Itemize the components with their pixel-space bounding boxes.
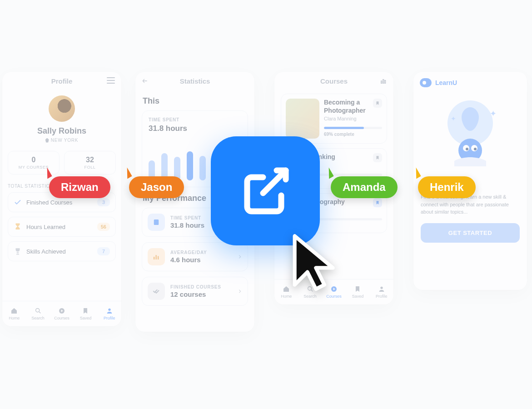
svg-text:✦: ✦: [451, 115, 456, 122]
profile-header: Profile: [51, 77, 73, 85]
chevron-right-icon: [238, 288, 242, 295]
trophy-icon: [14, 247, 22, 255]
svg-rect-7: [154, 257, 154, 259]
onboarding-illustration: ✦ ✦: [413, 94, 527, 180]
stat-skills-achieved[interactable]: Skills Achieved 7: [8, 241, 116, 261]
svg-rect-12: [385, 80, 386, 84]
book-icon: [148, 214, 165, 231]
tab-home[interactable]: Home: [2, 301, 26, 326]
tab-profile[interactable]: Profile: [370, 279, 393, 304]
bookmark-icon[interactable]: [373, 99, 382, 108]
svg-point-23: [474, 148, 477, 150]
svg-point-4: [108, 309, 110, 311]
tab-saved[interactable]: Saved: [74, 301, 97, 326]
cursor-label: Rizwan: [49, 176, 110, 198]
back-icon[interactable]: [141, 78, 149, 84]
hourglass-icon: [14, 223, 22, 231]
profile-location: NEW YORK: [45, 138, 79, 143]
external-link-tile[interactable]: [211, 136, 320, 245]
svg-line-1: [39, 312, 40, 313]
courses-header: Courses: [320, 77, 348, 85]
svg-rect-9: [158, 256, 159, 260]
svg-point-17: [380, 287, 383, 289]
svg-rect-11: [383, 80, 384, 84]
cursor-label: Jason: [129, 176, 184, 198]
tabbar: Home Search Courses Saved Profile: [2, 301, 121, 326]
bookmark-icon[interactable]: [373, 198, 382, 207]
svg-rect-10: [381, 81, 382, 83]
statistics-header: Statistics: [180, 77, 210, 85]
svg-text:✦: ✦: [490, 109, 497, 118]
tab-search[interactable]: Search: [26, 301, 50, 326]
this-label: This: [143, 96, 247, 106]
cursor-amanda: Amanda: [331, 168, 398, 198]
check-icon: [14, 198, 22, 206]
course-thumb: [286, 99, 319, 139]
chevron-right-icon: [238, 253, 242, 260]
get-started-button[interactable]: GET STARTED: [421, 223, 520, 243]
cursor-label: Amanda: [331, 176, 398, 198]
double-check-icon: [148, 283, 165, 300]
main-cursor-icon: [284, 232, 339, 297]
bookmark-icon[interactable]: [373, 153, 382, 162]
profile-name: Sally Robins: [37, 126, 86, 136]
cursor-label: Henrik: [418, 176, 476, 198]
brand-name: LearnU: [435, 79, 457, 86]
tab-saved[interactable]: Saved: [346, 279, 369, 304]
external-link-icon: [238, 164, 293, 218]
cursor-arrow-icon: [122, 167, 132, 179]
svg-rect-6: [154, 219, 159, 225]
cursor-henrik: Henrik: [418, 168, 476, 198]
perf-avg-day[interactable]: AVERAGE/DAY4.6 hours: [142, 242, 248, 271]
stats-icon[interactable]: [380, 77, 387, 85]
perf-finished-courses[interactable]: FINISHED COURSES12 courses: [142, 277, 248, 306]
tab-courses[interactable]: Courses: [50, 301, 74, 326]
stat-hours-learned[interactable]: Hours Learned 56: [8, 217, 116, 237]
cursor-rizwan: Rizwan: [49, 168, 110, 198]
brand-logo-icon: [420, 78, 432, 87]
cursor-arrow-icon: [411, 167, 421, 179]
cursor-jason: Jason: [129, 168, 184, 198]
svg-point-0: [35, 309, 39, 312]
avatar[interactable]: [49, 95, 75, 122]
svg-point-22: [466, 148, 468, 150]
chart-icon: [148, 248, 165, 265]
svg-rect-8: [156, 255, 157, 259]
pin-icon: [45, 138, 49, 143]
tab-profile[interactable]: Profile: [98, 301, 121, 326]
hamburger-icon[interactable]: [107, 77, 115, 84]
phone-profile: Profile Sally Robins NEW YORK 0 MY COURS…: [2, 72, 121, 326]
progress-bar: [324, 127, 382, 129]
